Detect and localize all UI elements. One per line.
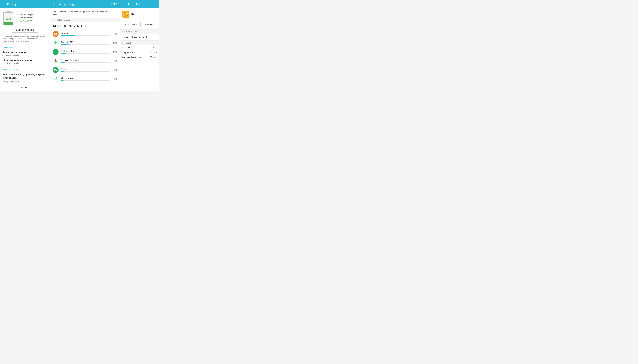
report-button[interactable]: REPORT: [141, 22, 157, 28]
screen-bar-wrap: [61, 35, 111, 36]
usage-more-button[interactable]: MORE: [111, 3, 117, 5]
svg-point-6: [55, 70, 56, 70]
screen-usage-info: Screen: [61, 32, 111, 36]
details-header: ← Use details: [120, 0, 159, 8]
svg-point-3: [55, 42, 55, 43]
mediaserver-icon: [53, 76, 59, 82]
app-name: Keep: [131, 12, 138, 16]
ultra-power-saving-mode-item[interactable]: Ultra power saving mode 10 h 41 m remain…: [2, 59, 48, 64]
usage-content: The estimated usage time remaining is ba…: [50, 8, 120, 91]
stay-awake-label: Stay awake: [122, 51, 133, 54]
details-back-button[interactable]: ←: [122, 2, 125, 6]
usage-panel: ← Battery usage MORE The estimated usage…: [50, 0, 120, 91]
power-saving-mode-title: Power saving mode: [2, 51, 48, 54]
media-bar: [61, 80, 64, 81]
android-usage-info: Android OS: [61, 41, 111, 45]
computed-power-value: 63 mAh: [150, 56, 157, 58]
recent-battery-usage-label: Recent battery usage: [50, 18, 120, 22]
media-name: Mediaserver: [61, 77, 111, 80]
force-stop-button[interactable]: FORCE STOP: [122, 22, 139, 28]
details-panel: ← Use details 💡 Keep FORCE STOP REPORT A…: [120, 0, 159, 91]
cpu-total-value: 17m 4s: [150, 46, 157, 49]
ultra-power-saving-mode-sub: 10 h 41 m remaining: [2, 62, 48, 64]
svg-point-7: [55, 78, 55, 79]
adjust-power-label: Adjust power use: [120, 30, 159, 34]
battery-icon: 21%: [2, 11, 14, 26]
svg-point-2: [55, 33, 56, 34]
usage-item-google[interactable]: Google Services 8%: [50, 56, 120, 66]
cpu-total-label: CPU total: [122, 46, 131, 49]
usage-item-screen[interactable]: Screen 28%: [50, 30, 120, 38]
cell-standby-icon: [53, 49, 59, 55]
stay-awake-value: 31m 10s: [149, 51, 157, 54]
android-pct: 16%: [112, 42, 117, 44]
google-name: Google Services: [61, 59, 111, 62]
cpu-total-row: CPU total 17m 4s: [120, 45, 159, 50]
idle-bar-wrap: [61, 71, 111, 72]
google-usage-info: Google Services: [61, 59, 111, 63]
battery-note: The estimated usage time may vary depend…: [2, 35, 48, 43]
battery-est-time: 4 h 33 m: [17, 19, 33, 23]
media-bar-wrap: [61, 80, 111, 81]
computed-power-row: Computed power use 63 mAh: [120, 55, 159, 60]
ultra-power-saving-mode-title: Ultra power saving mode: [2, 59, 48, 62]
android-name: Android OS: [61, 41, 111, 44]
app-power-saving-label: App power saving: [2, 67, 48, 71]
media-usage-info: Mediaserver: [61, 77, 111, 81]
device-idle-icon: [53, 67, 59, 73]
battery-content: 21% Estimated usagetime remaining 4 h 33…: [0, 8, 50, 91]
app-power-desc: Save battery power by optimising the pow…: [2, 73, 48, 80]
adjust-power-desc: Stop or uninstall application.: [120, 34, 159, 40]
action-buttons: FORCE STOP REPORT: [120, 20, 159, 30]
google-bar: [61, 62, 65, 63]
saving-count: Saving power: 99 apps: [2, 80, 48, 82]
battery-estimate: Estimated usagetime remaining 4 h 33 m: [17, 13, 33, 23]
svg-point-8: [56, 78, 56, 79]
battery-fill: [4, 22, 13, 25]
google-bar-wrap: [61, 62, 111, 63]
cell-name: Cell standby: [61, 50, 111, 53]
computed-power-label: Computed power use: [122, 56, 142, 58]
details-content: 💡 Keep FORCE STOP REPORT Adjust power us…: [120, 8, 159, 91]
cell-usage-info: Cell standby: [61, 50, 111, 54]
svg-point-9: [124, 13, 124, 14]
battery-header: ← Battery: [0, 0, 50, 8]
usage-item-idle[interactable]: Device idle 6%: [50, 66, 120, 74]
power-saving-mode-sub: 4 h 49 m remaining: [2, 54, 48, 56]
usage-title: Battery usage: [57, 2, 111, 6]
screen-icon: [53, 31, 59, 37]
battery-duration: 1d 16h 26m 8s on battery: [50, 22, 120, 30]
stay-awake-row: Stay awake 31m 10s: [120, 50, 159, 55]
battery-percent: 21%: [6, 17, 11, 20]
idle-name: Device idle: [61, 68, 111, 71]
battery-back-button[interactable]: ←: [2, 2, 5, 6]
battery-nub: [7, 11, 10, 12]
power-saving-label: Power saving: [2, 45, 48, 50]
details-title: Use details: [127, 2, 157, 6]
screen-name: Screen: [61, 32, 111, 35]
cell-bar: [61, 53, 66, 54]
usage-item-android[interactable]: Android OS 16%: [50, 38, 120, 48]
power-saving-mode-item[interactable]: Power saving mode 4 h 49 m remaining: [2, 51, 48, 56]
usage-header: ← Battery usage MORE: [50, 0, 120, 8]
android-bar-wrap: [61, 44, 111, 45]
idle-bar: [61, 71, 64, 72]
usage-item-cell[interactable]: Cell standby 11%: [50, 48, 120, 56]
google-pct: 8%: [112, 60, 117, 62]
usage-back-button[interactable]: ←: [53, 2, 56, 6]
idle-pct: 6%: [112, 69, 117, 71]
battery-usage-button[interactable]: BATTERY USAGE: [12, 27, 39, 33]
battery-est-label: Estimated usagetime remaining: [17, 13, 33, 19]
details-button[interactable]: DETAILS: [13, 85, 37, 90]
keep-app-icon: 💡: [122, 11, 129, 18]
google-services-icon: [53, 58, 59, 64]
battery-title: Battery: [7, 2, 48, 6]
usage-item-media[interactable]: Mediaserver 6%: [50, 74, 120, 84]
battery-top-section: 21% Estimated usagetime remaining 4 h 33…: [2, 11, 48, 26]
battery-panel: ← Battery 21% Estimated usagetime remain…: [0, 0, 50, 91]
idle-usage-info: Device idle: [61, 68, 111, 72]
app-header: 💡 Keep: [120, 8, 159, 20]
android-bar: [61, 44, 69, 45]
svg-point-4: [56, 42, 56, 43]
media-pct: 6%: [112, 78, 117, 80]
